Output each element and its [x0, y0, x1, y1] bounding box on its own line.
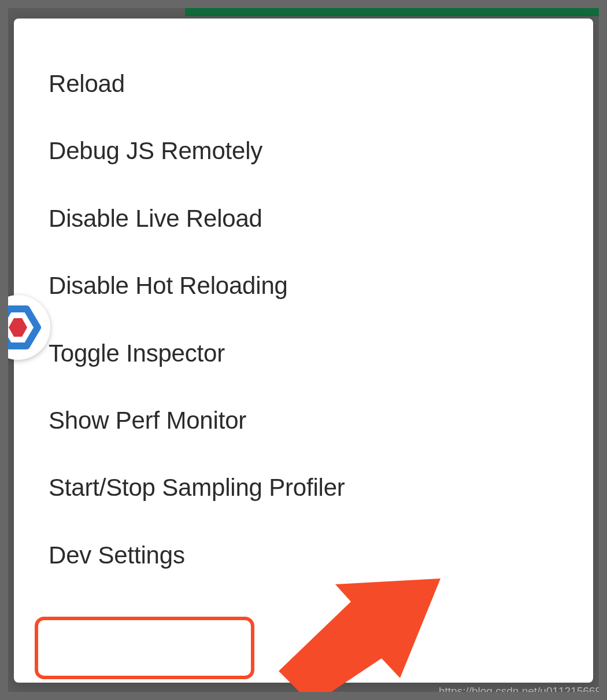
menu-item-disable-hot-reloading[interactable]: Disable Hot Reloading	[14, 252, 593, 319]
status-bar-background	[185, 0, 607, 16]
menu-item-toggle-inspector[interactable]: Toggle Inspector	[14, 320, 593, 387]
menu-item-start-stop-sampling-profiler[interactable]: Start/Stop Sampling Profiler	[14, 454, 593, 521]
watermark-text: https://blog.csdn.net/u011215669	[439, 685, 601, 698]
menu-item-dev-settings[interactable]: Dev Settings	[14, 522, 593, 589]
menu-item-reload[interactable]: Reload	[14, 50, 593, 117]
menu-item-debug-js-remotely[interactable]: Debug JS Remotely	[14, 117, 593, 185]
menu-item-disable-live-reload[interactable]: Disable Live Reload	[14, 185, 593, 252]
developer-menu: Reload Debug JS Remotely Disable Live Re…	[14, 19, 593, 683]
menu-item-show-perf-monitor[interactable]: Show Perf Monitor	[14, 387, 593, 454]
